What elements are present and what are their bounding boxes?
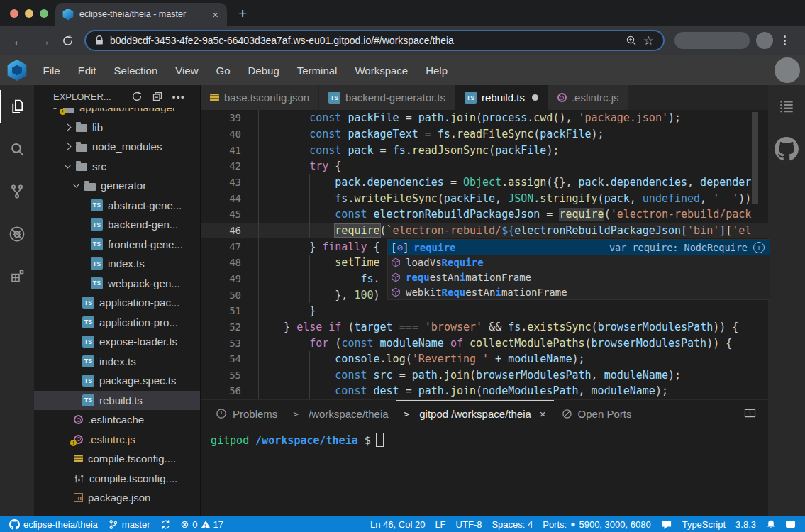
back-button[interactable]: ← (12, 34, 26, 48)
account-avatar[interactable] (775, 57, 800, 83)
status-bar-right: Ln 46, Col 20LFUTF-8Spaces: 4Ports:●5900… (365, 516, 805, 532)
new-tab-button[interactable]: + (238, 3, 247, 24)
tree-item-abstract-gene...[interactable]: TSabstract-gene... (34, 196, 200, 216)
tree-item-backend-gen...[interactable]: TSbackend-gen... (34, 215, 200, 235)
more-actions-button[interactable]: ••• (172, 92, 185, 102)
status-problems-summary[interactable]: ⊗0!17 (176, 516, 228, 532)
activity-search[interactable] (0, 128, 34, 170)
panel-tab-gitpod-workspace-theia[interactable]: >_gitpod /workspace/theia× (396, 400, 554, 426)
tree-item-webpack-gen...[interactable]: TSwebpack-gen... (34, 274, 200, 294)
status-indentation[interactable]: Spaces: 4 (487, 516, 538, 532)
menu-view[interactable]: View (167, 60, 207, 81)
status-repository[interactable]: eclipse-theia/theia (4, 516, 103, 532)
code-text: const dest = path.join(nodeModulesPath, … (335, 384, 668, 397)
menu-help[interactable]: Help (417, 60, 457, 81)
menu-debug[interactable]: Debug (239, 60, 288, 81)
window-close-button[interactable] (10, 9, 18, 18)
status-encoding[interactable]: UTF-8 (451, 516, 487, 532)
status-ts-version[interactable]: 3.8.3 (731, 516, 761, 532)
menu-selection[interactable]: Selection (105, 60, 167, 81)
forward-button[interactable]: → (38, 34, 51, 48)
browser-profile-avatar[interactable] (756, 32, 773, 49)
tree-item-index.ts[interactable]: TSindex.ts (34, 254, 200, 274)
tree-item-package.spec.ts[interactable]: TSpackage.spec.ts (34, 371, 200, 391)
rightbar-github[interactable] (768, 128, 805, 170)
window-maximize-button[interactable] (40, 9, 48, 18)
browser-menu-icon[interactable] (781, 33, 789, 48)
tree-item-application-manager[interactable]: !application-manager (34, 108, 200, 118)
editor-scrollbar[interactable] (752, 112, 758, 204)
sync-icon (160, 519, 171, 530)
suggestion-require[interactable]: [⊘]requirevar require: NodeRequirei (388, 240, 770, 255)
window-minimize-button[interactable] (25, 9, 33, 18)
url-text[interactable]: b0dd9cdf-3453-4fe2-9a5c-66403d3ea7af.ws-… (110, 35, 619, 46)
tree-item-src[interactable]: src (34, 157, 200, 177)
status-sync[interactable] (155, 516, 176, 532)
menu-workspace[interactable]: Workspace (346, 60, 417, 81)
rightbar-outline[interactable] (768, 85, 805, 128)
info-icon[interactable]: i (753, 242, 765, 253)
menu-file[interactable]: File (34, 60, 69, 81)
panel-tab-problems[interactable]: Problems (208, 400, 285, 426)
reload-button[interactable] (62, 35, 74, 47)
indent-guides (258, 238, 309, 255)
editor-tab-base.tsconfig.json[interactable]: base.tsconfig.json (201, 85, 319, 110)
tsconfig-icon (74, 455, 83, 462)
activity-debug[interactable] (0, 213, 34, 255)
status-language[interactable]: TypeScript (677, 516, 731, 532)
status-notifications[interactable] (761, 516, 781, 532)
menu-edit[interactable]: Edit (69, 60, 105, 81)
menu-go[interactable]: Go (207, 60, 239, 81)
browser-tab[interactable]: eclipse-theia/theia - master × (55, 3, 227, 26)
status-eol[interactable]: LF (430, 516, 450, 532)
suggestion-requestanimationframe[interactable]: requestAnimationFrame (388, 270, 770, 284)
tree-item-expose-loader.ts[interactable]: TSexpose-loader.ts (34, 332, 200, 352)
zoom-in-icon[interactable] (626, 35, 637, 46)
gitpod-logo[interactable] (0, 60, 34, 82)
activity-source-control[interactable] (0, 170, 34, 213)
tree-item-compile.tsconfig....[interactable]: compile.tsconfig.... (34, 449, 200, 469)
editor-tab-rebuild.ts[interactable]: TSrebuild.ts (455, 85, 548, 110)
editor-tab-backend-generator.ts[interactable]: TSbackend-generator.ts (319, 85, 455, 110)
panel-tab-workspace-theia[interactable]: >_/workspace/theia (285, 400, 396, 426)
suggestion-webkitrequestanimationframe[interactable]: webkitRequestAnimationFrame (388, 284, 770, 299)
tree-item-node-modules[interactable]: node_modules (34, 137, 200, 157)
tree-item-package.json[interactable]: npackage.json (34, 488, 200, 508)
indent-guide (284, 303, 309, 319)
refresh-button[interactable] (131, 91, 143, 102)
explorer-title: EXPLORER... (53, 92, 111, 102)
tree-item-.eslintcache[interactable]: .eslintcache (34, 410, 200, 430)
tree-item-rebuild.ts[interactable]: TSrebuild.ts (34, 391, 200, 411)
cube-icon (391, 257, 401, 267)
tree-item-application-pac...[interactable]: TSapplication-pac... (34, 293, 200, 313)
status-screencast[interactable] (781, 516, 800, 532)
activity-extensions[interactable] (0, 255, 34, 298)
url-bar[interactable]: b0dd9cdf-3453-4fe2-9a5c-66403d3ea7af.ws-… (84, 30, 665, 51)
tree-item-index.ts[interactable]: TSindex.ts (34, 352, 200, 372)
status-ports[interactable]: Ports:●5900, 3000, 6080 (538, 516, 655, 532)
extensions-icon (9, 268, 26, 285)
menu-terminal[interactable]: Terminal (288, 60, 346, 81)
editor-tab-.eslintrc.js[interactable]: .eslintrc.js (548, 85, 629, 110)
tree-item-label: index.ts (99, 355, 136, 367)
ts-icon: TS (91, 218, 103, 231)
status-branch[interactable]: master (103, 516, 155, 532)
close-icon[interactable]: × (540, 408, 546, 420)
panel-tab-open-ports[interactable]: Open Ports (554, 400, 640, 426)
suggestion-loadvsrequire[interactable]: loadVsRequire (388, 255, 770, 270)
tree-item-lib[interactable]: lib (34, 118, 200, 138)
activity-explorer[interactable] (0, 85, 34, 128)
tree-item-generator[interactable]: generator (34, 176, 200, 196)
tab-close-icon[interactable]: × (211, 9, 220, 21)
collapse-all-button[interactable] (152, 91, 163, 102)
tree-item-application-pro...[interactable]: TSapplication-pro... (34, 313, 200, 333)
status-cursor-position[interactable]: Ln 46, Col 20 (365, 516, 430, 532)
status-feedback[interactable] (656, 516, 677, 532)
tree-item-label: rebuild.ts (99, 394, 143, 406)
terminal[interactable]: gitpod /workspace/theia $ (201, 426, 768, 453)
tree-item-compile.tsconfig....[interactable]: compile.tsconfig.... (34, 469, 200, 489)
split-terminal-button[interactable] (744, 400, 756, 426)
tree-item-frontend-gene...[interactable]: TSfrontend-gene... (34, 235, 200, 255)
bookmark-star-icon[interactable]: ☆ (643, 35, 654, 47)
tree-item-.eslintrc.js[interactable]: !.eslintrc.js (34, 430, 200, 450)
